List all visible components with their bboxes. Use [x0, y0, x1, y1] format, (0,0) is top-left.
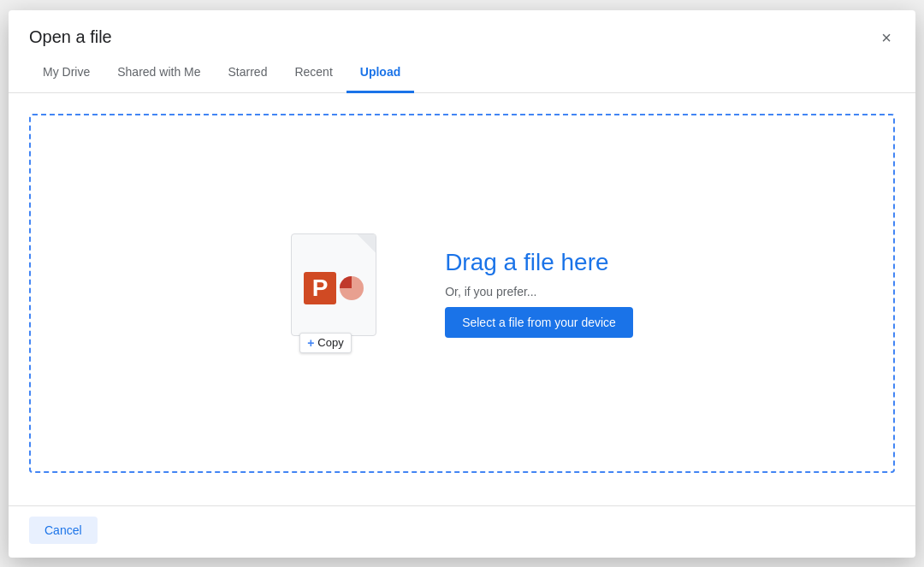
ppt-p-icon: P — [304, 272, 336, 304]
open-file-dialog: Open a file × My Drive Shared with Me St… — [9, 10, 915, 558]
tab-starred[interactable]: Starred — [215, 53, 281, 93]
file-icon-content: P — [304, 272, 364, 304]
tab-my-drive[interactable]: My Drive — [29, 53, 104, 93]
dialog-header: Open a file × — [9, 10, 915, 50]
tab-upload[interactable]: Upload — [346, 53, 414, 93]
file-icon: P — [291, 233, 376, 336]
dialog-body: P + Copy Drag a file here Or, if you pre… — [9, 93, 915, 505]
file-icon-wrapper: P + Copy — [291, 233, 394, 353]
dropzone-text-area: Drag a file here Or, if you prefer... Se… — [445, 249, 633, 338]
cancel-button[interactable]: Cancel — [29, 517, 98, 544]
select-file-button[interactable]: Select a file from your device — [445, 307, 633, 338]
tab-recent[interactable]: Recent — [281, 53, 346, 93]
or-text: Or, if you prefer... — [445, 285, 536, 298]
tab-shared-with-me[interactable]: Shared with Me — [104, 53, 214, 93]
tabs-bar: My Drive Shared with Me Starred Recent U… — [9, 53, 915, 93]
dropzone-inner: P + Copy Drag a file here Or, if you pre… — [291, 233, 633, 353]
copy-plus-icon: + — [307, 336, 314, 350]
copy-label: Copy — [317, 336, 343, 349]
dialog-footer: Cancel — [9, 505, 915, 558]
dropzone[interactable]: P + Copy Drag a file here Or, if you pre… — [29, 114, 895, 473]
copy-badge: + Copy — [299, 333, 352, 353]
drag-text: Drag a file here — [445, 249, 608, 276]
ppt-chart-icon — [340, 276, 364, 300]
dialog-title: Open a file — [29, 27, 112, 47]
close-button[interactable]: × — [878, 26, 895, 50]
